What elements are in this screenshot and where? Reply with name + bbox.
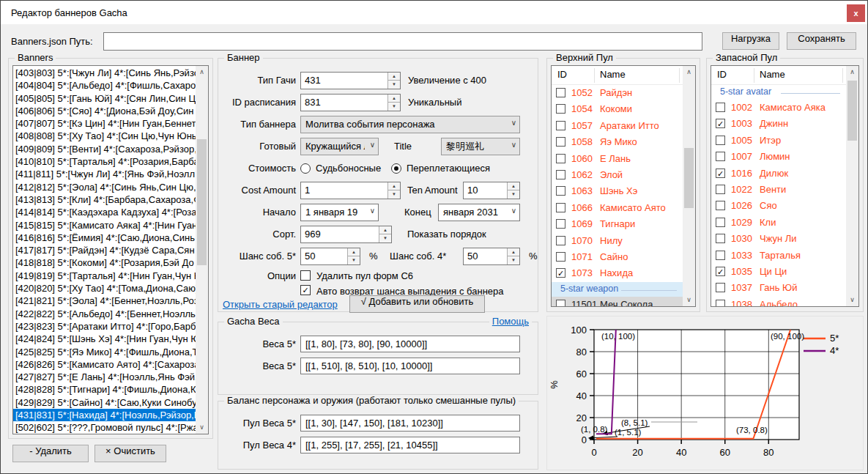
row-checkbox[interactable] (556, 170, 565, 179)
pool-row[interactable]: 1005Итэр (711, 133, 846, 149)
spin-up-icon[interactable]: ▲ (388, 95, 400, 103)
scrollbar-thumb[interactable] (197, 139, 207, 265)
banner-list-item[interactable]: [418|818] 5*:[Кокоми] 4*:[Розария,Бэй До (13, 256, 196, 269)
path-input[interactable] (103, 32, 702, 51)
row-checkbox[interactable]: ✓ (716, 267, 725, 276)
pool-row[interactable]: 1022Венти (711, 182, 846, 198)
pool-row[interactable]: 1071Сайно (552, 249, 683, 265)
banners-listbox[interactable]: [403|803] 5*:[Чжун Ли] 4*:[Синь Янь,Рэйз… (12, 65, 209, 434)
row-checkbox[interactable] (716, 234, 725, 243)
banner-list-item[interactable]: [411|811] 5*:[Чжун Ли] 4*:[Янь Фэй,Ноэлл (13, 168, 196, 180)
banner-type-select[interactable]: Молитва события персонажа ∨ (300, 116, 520, 133)
banner-list-item[interactable]: [405|805] 5*:[Гань Юй] 4*:[Сян Лин,Син Ц (13, 92, 196, 105)
row-checkbox[interactable] (556, 236, 565, 245)
row-checkbox[interactable] (716, 103, 725, 112)
spin-up-icon[interactable]: ▲ (508, 248, 519, 256)
row-checkbox[interactable]: ✓ (556, 268, 565, 278)
delete-button[interactable]: - Удалить (12, 445, 89, 462)
pool-row[interactable]: 1026Сяо (711, 198, 846, 214)
row-checkbox[interactable] (556, 252, 565, 262)
chance5-input[interactable]: 50 ▲▼ (300, 248, 360, 265)
pool-row[interactable]: 1063Шэнь Хэ (552, 183, 683, 199)
row-checkbox[interactable] (716, 283, 725, 292)
pool-row[interactable]: 1062Элой (552, 167, 683, 183)
scroll-down-icon[interactable]: ∨ (683, 294, 695, 306)
banner-list-item[interactable]: [415|815] 5*:[Камисато Аяка] 4*:[Нин Гуа… (13, 219, 196, 232)
banner-list-item[interactable]: [419|819] 5*:[Тарталья] 4*:[Нин Гуан,Чун… (13, 270, 196, 282)
row-checkbox[interactable] (556, 300, 565, 307)
banner-list-item[interactable]: [427|827] 5*:[Е Лань] 4*:[Ноэлль,Янь Фэй… (13, 371, 196, 383)
row-checkbox[interactable] (556, 137, 565, 147)
spin-down-icon[interactable]: ▼ (388, 103, 400, 111)
row-checkbox[interactable] (716, 136, 725, 145)
upper-pool-table[interactable]: ID Name 1052Райдэн1054Кокоми1057Аратаки … (551, 65, 696, 307)
spin-down-icon[interactable]: ▼ (508, 256, 519, 264)
radio-intertwined[interactable] (391, 163, 401, 174)
reserve-pool-scrollbar[interactable]: ∧ ∨ (846, 66, 858, 306)
pool-row[interactable]: 1029Кли (711, 215, 846, 231)
row-checkbox[interactable] (556, 154, 565, 163)
spin-down-icon[interactable]: ▼ (388, 81, 400, 89)
banner-list-item[interactable]: [422|822] 5*:[Альбедо] 4*:[Беннет,Ноэлль… (13, 308, 196, 320)
banner-list-item[interactable]: [406|806] 5*:[Сяо] 4*:[Диона,Бэй Доу,Син (13, 105, 196, 117)
scroll-down-icon[interactable]: ∨ (196, 421, 208, 434)
banner-list-item[interactable]: [416|816] 5*:[Ёимия] 4*:[Саю,Диона,Синь (13, 232, 196, 244)
gacha-type-input[interactable]: 431 ▲▼ (300, 72, 401, 89)
banner-list-item[interactable]: [414|814] 5*:[Каэдэхара Кадзуха] 4*:[Роз… (13, 206, 196, 218)
sort-input[interactable]: 969 ▲▼ (300, 226, 392, 243)
clear-button[interactable]: × Очистить (94, 445, 166, 462)
scrollbar-thumb[interactable] (847, 81, 857, 141)
pool-row[interactable]: 1002Камисато Аяка (711, 100, 846, 116)
row-checkbox[interactable] (556, 88, 565, 97)
pool-row[interactable]: 1033Тарталья (711, 248, 846, 264)
pool-row[interactable]: 1052Райдэн (552, 85, 683, 101)
schedule-id-input[interactable]: 831 ▲▼ (300, 94, 401, 111)
upper-pool-scrollbar[interactable]: ∧ ∨ (683, 66, 695, 306)
row-checkbox[interactable] (716, 201, 725, 210)
banner-list-item[interactable]: [428|828] 5*:[Тигнари] 4*:[Фишль,Диона,К (13, 383, 196, 396)
scrollbar-thumb[interactable] (684, 148, 694, 208)
weights4-input[interactable]: [[1, 510], [8, 510], [10, 10000]] (300, 358, 520, 374)
spin-up-icon[interactable]: ▲ (388, 182, 400, 190)
old-editor-link[interactable]: Открыть старый редактор (223, 299, 338, 310)
row-checkbox[interactable] (716, 218, 725, 227)
pool-weights4-input[interactable]: [[1, 255], [17, 255], [21, 10455]] (300, 437, 520, 453)
pool-row[interactable]: 11501Меч Сокола (552, 297, 683, 307)
banner-list-item[interactable]: [413|813] 5*:[Кли] 4*:[Барбара,Сахароза,… (13, 193, 196, 206)
pool-row[interactable]: 1057Аратаки Итто (552, 118, 683, 134)
row-checkbox[interactable] (716, 300, 725, 307)
banner-list-item[interactable]: [409|809] 5*:[Венти] 4*:[Сахароза,Рэйзор… (13, 143, 196, 155)
banner-list-item[interactable]: [423|823] 5*:[Аратаки Итто] 4*:[Горо,Бар… (13, 320, 196, 333)
scroll-up-icon[interactable]: ∧ (846, 66, 858, 78)
pool-row[interactable]: 1007Люмин (711, 149, 846, 165)
option-remove-pool-checkbox[interactable] (300, 270, 311, 281)
cost-amount-input[interactable]: 1 ▲▼ (300, 182, 401, 199)
banner-list-item[interactable]: [403|803] 5*:[Чжун Ли] 4*:[Синь Янь,Рэйз… (13, 67, 196, 79)
chance4-input[interactable]: 50 ▲▼ (463, 248, 520, 265)
load-button[interactable]: Нагрузка (722, 32, 779, 50)
add-update-button[interactable]: √ Добавить или обновить (349, 295, 485, 313)
pool-row[interactable]: 1060Е Лань (552, 151, 683, 167)
row-checkbox[interactable]: ✓ (716, 169, 725, 178)
banners-scrollbar[interactable]: ∧ ∨ (196, 66, 208, 434)
banner-list-item[interactable]: [410|810] 5*:[Тарталья] 4*:[Розария,Барб… (13, 155, 196, 168)
begin-date-select[interactable]: 1 января 19 ∨ (300, 204, 379, 221)
banner-list-item[interactable]: [408|808] 5*:[Ху Тао] 4*:[Син Цю,Чун Юнь (13, 130, 196, 142)
pool-row[interactable]: 1037Гань Юй (711, 280, 846, 296)
pool-row[interactable]: 1069Тигнари (552, 216, 683, 232)
banner-list-item[interactable]: [424|824] 5*:[Шэнь Хэ] 4*:[Нин Гуан,Чун … (13, 333, 196, 345)
scroll-up-icon[interactable]: ∧ (196, 66, 208, 78)
spin-up-icon[interactable]: ▲ (379, 226, 391, 234)
pool-row[interactable]: 1038Альбедо (711, 297, 846, 307)
banner-list-item[interactable]: [426|826] 5*:[Камисато Аято] 4*:[Сахароз… (13, 358, 196, 371)
banner-list-item[interactable]: [431|831] 5*:[Нахида] 4*:[Ноэлль,Рэйзор,… (13, 409, 196, 421)
banner-list-item[interactable]: [425|825] 5*:[Яэ Мико] 4*:[Фишль,Диона,Т (13, 346, 196, 358)
help-link[interactable]: Помощь (489, 316, 532, 327)
scroll-down-icon[interactable]: ∨ (846, 294, 858, 306)
pool-row[interactable]: 1054Кокоми (552, 101, 683, 117)
row-checkbox[interactable] (556, 186, 565, 196)
pool-row[interactable]: 1030Чжун Ли (711, 231, 846, 247)
pool-row[interactable]: ✓1073Нахида (552, 265, 683, 281)
banner-list-item[interactable]: [412|812] 5*:[Эола] 4*:[Синь Янь,Син Цю, (13, 181, 196, 193)
banner-list-item[interactable]: [404|804] 5*:[Альбедо] 4*:[Фишль,Сахароз (13, 79, 196, 92)
